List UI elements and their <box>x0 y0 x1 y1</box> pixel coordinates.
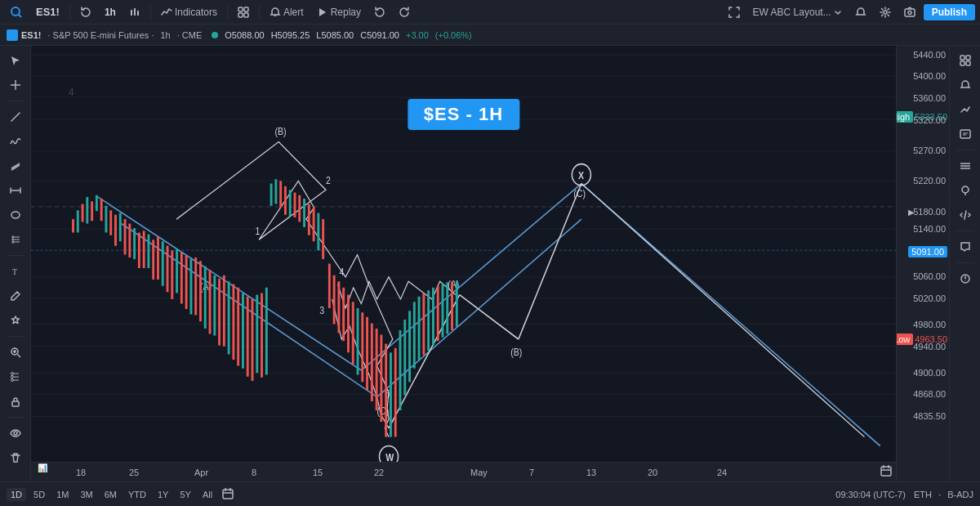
notification-btn[interactable] <box>850 5 871 20</box>
annotation-btn[interactable] <box>954 235 977 258</box>
script-editor-btn[interactable] <box>954 204 977 226</box>
trash-tool[interactable] <box>4 446 27 469</box>
date-15: 15 <box>313 468 323 477</box>
goto-date-btn[interactable] <box>880 464 893 480</box>
settings-btn[interactable] <box>875 5 896 20</box>
object-list-btn[interactable] <box>954 154 977 177</box>
svg-rect-156 <box>446 282 448 334</box>
date-7: 7 <box>529 468 534 477</box>
idea-btn[interactable] <box>954 179 977 202</box>
svg-rect-114 <box>247 297 249 377</box>
svg-rect-153 <box>432 288 434 346</box>
alert-btn[interactable]: Alert <box>265 5 309 20</box>
measure-tool[interactable] <box>4 179 27 202</box>
svg-rect-110 <box>228 281 230 354</box>
svg-rect-100 <box>180 252 183 303</box>
lt-sep-3 <box>7 336 24 337</box>
period-1y[interactable]: 1Y <box>154 488 172 501</box>
svg-rect-8 <box>244 13 248 17</box>
svg-rect-78 <box>77 210 79 232</box>
date-22: 22 <box>374 468 384 477</box>
svg-text:2: 2 <box>326 175 331 186</box>
channel-tool[interactable] <box>4 154 27 177</box>
brush-tool[interactable] <box>4 284 27 307</box>
fib-tool[interactable] <box>4 228 27 251</box>
svg-rect-120 <box>274 179 277 204</box>
layout-selector[interactable]: EW ABC Layout... <box>748 5 847 20</box>
status-dot <box>212 32 218 38</box>
date-20: 20 <box>648 468 657 477</box>
svg-rect-168 <box>960 130 970 138</box>
period-ytd[interactable]: YTD <box>124 488 150 501</box>
svg-rect-89 <box>128 224 131 257</box>
undo-btn[interactable] <box>75 5 96 20</box>
svg-rect-85 <box>109 210 112 235</box>
templates-btn[interactable] <box>233 5 254 20</box>
favorite-tool[interactable] <box>4 309 27 332</box>
period-6m[interactable]: 6M <box>100 488 121 501</box>
compare-btn[interactable] <box>954 98 977 121</box>
price-5320: 5320.00 <box>913 115 946 125</box>
svg-rect-34 <box>12 401 19 406</box>
bar-type-btn[interactable] <box>124 5 145 20</box>
chart-area[interactable]: $ES - 1H 4 <box>31 46 896 481</box>
svg-text:(C): (C) <box>377 406 390 417</box>
publish-button[interactable]: Publish <box>924 4 975 20</box>
cursor-tool[interactable] <box>4 49 27 72</box>
svg-rect-136 <box>352 302 354 364</box>
period-1d[interactable]: 1D <box>7 488 26 501</box>
svg-rect-130 <box>322 219 324 259</box>
period-5y[interactable]: 5Y <box>176 488 194 501</box>
svg-rect-109 <box>223 275 225 347</box>
data-window-btn[interactable] <box>954 123 977 146</box>
lock-tool[interactable] <box>4 390 27 413</box>
svg-rect-84 <box>105 206 107 233</box>
change-pct: (+0.06%) <box>435 30 472 40</box>
fullscreen-btn[interactable] <box>724 5 745 20</box>
logo-search[interactable] <box>5 4 28 20</box>
svg-rect-129 <box>317 213 319 250</box>
indicators-btn[interactable]: Indicators <box>156 5 222 20</box>
zoom-tool[interactable] <box>4 341 27 364</box>
svg-rect-159 <box>881 467 891 476</box>
svg-rect-107 <box>213 275 216 336</box>
text-tool[interactable]: T <box>4 260 27 283</box>
alert-label: Alert <box>283 7 304 18</box>
svg-rect-111 <box>232 284 234 360</box>
chart-properties-btn[interactable] <box>954 49 977 72</box>
period-all[interactable]: All <box>198 488 216 501</box>
tradingview-live-btn[interactable] <box>954 267 977 290</box>
price-axis: 5440.00 5400.00 5360.00 High 5333.50 532… <box>896 46 949 481</box>
svg-point-174 <box>962 186 969 193</box>
divider-1 <box>69 5 70 20</box>
price-5060: 5060.00 <box>913 271 946 281</box>
alert-right-btn[interactable] <box>954 74 977 96</box>
object-tree-tool[interactable] <box>4 365 27 388</box>
interval-selector[interactable]: 1h <box>100 5 121 20</box>
camera-btn[interactable] <box>899 5 920 20</box>
period-1m[interactable]: 1M <box>52 488 73 501</box>
replay-btn[interactable]: Replay <box>312 5 366 20</box>
svg-point-28 <box>11 373 13 375</box>
svg-point-12 <box>908 11 911 14</box>
period-5d[interactable]: 5D <box>29 488 49 501</box>
date-range-picker[interactable] <box>221 487 236 502</box>
svg-line-56 <box>581 184 880 446</box>
low-value: L5085.00 <box>316 30 354 40</box>
undo-action-btn[interactable] <box>369 5 390 20</box>
open-label: O5088.00 <box>225 30 264 40</box>
date-8: 8 <box>252 468 256 477</box>
hide-drawings-tool[interactable] <box>4 422 27 445</box>
symbol-selector[interactable]: ES1! <box>31 4 65 20</box>
change-value: +3.00 <box>406 30 429 40</box>
ellipse-tool[interactable] <box>4 204 27 226</box>
period-3m[interactable]: 3M <box>76 488 96 501</box>
crosshair-tool[interactable] <box>4 74 27 96</box>
high-label: High <box>897 111 913 123</box>
redo-btn[interactable] <box>394 5 415 20</box>
svg-rect-138 <box>361 312 363 382</box>
price-4900: 4900.00 <box>913 368 946 378</box>
trend-line-tool[interactable] <box>4 105 27 128</box>
symbol-bar: ES1! · S&P 500 E-mini Futures · 1h · CME… <box>0 25 980 46</box>
wave-tool[interactable] <box>4 130 27 153</box>
